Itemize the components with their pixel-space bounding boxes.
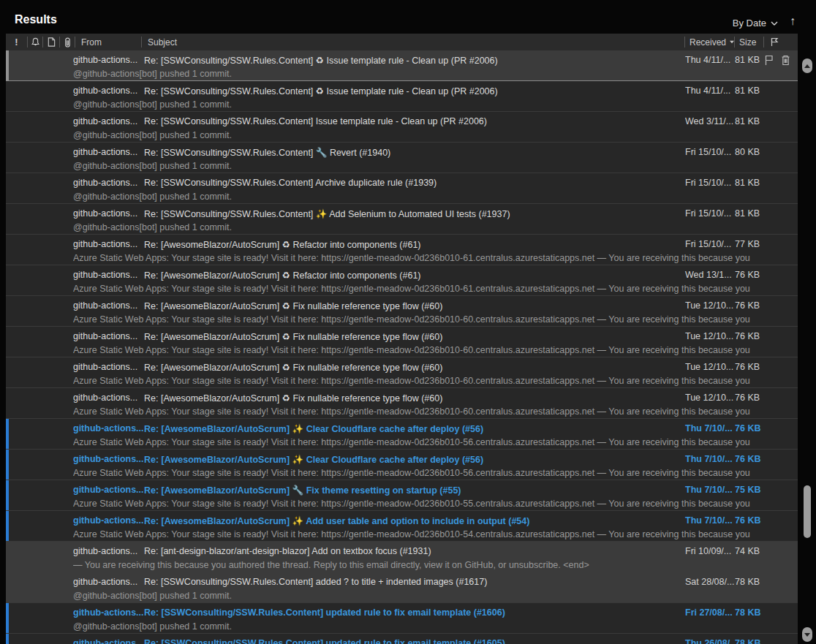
message-size: 76 KB (735, 270, 764, 280)
message-size: 76 KB (735, 331, 764, 341)
message-row[interactable]: github-actions... Re: [SSWConsulting/SSW… (6, 81, 798, 112)
message-row[interactable]: github-actions... Re: [SSWConsulting/SSW… (6, 50, 798, 81)
message-size: 78 KB (735, 577, 764, 587)
message-row[interactable]: github-actions... Re: [AwesomeBlazor/Aut… (6, 480, 798, 511)
message-received: Fri 15/10/... (685, 178, 735, 188)
message-row[interactable]: github-actions... Re: [ant-design-blazor… (6, 542, 798, 572)
message-subject: Re: [SSWConsulting/SSW.Rules.Content] up… (144, 607, 685, 618)
column-importance[interactable]: ! (6, 34, 27, 50)
triangle-up-icon (804, 64, 810, 68)
message-row[interactable]: github-actions... Re: [AwesomeBlazor/Aut… (6, 511, 798, 542)
message-preview: @github-actions[bot] pushed 1 commit. (73, 190, 798, 203)
message-from: github-actions... (73, 270, 144, 280)
message-size: 78 KB (735, 607, 764, 618)
sort-by-label: By Date (733, 18, 766, 29)
message-preview: @github-actions[bot] pushed 1 commit. (73, 129, 798, 142)
message-row[interactable]: github-actions... Re: [SSWConsulting/SSW… (6, 143, 798, 173)
column-quick-filter[interactable] (764, 34, 798, 50)
message-preview: @github-actions[bot] pushed 1 commit. (73, 98, 798, 111)
message-preview: Azure Static Web Apps: Your stage site i… (73, 313, 798, 326)
sort-by-dropdown[interactable]: By Date (733, 18, 778, 29)
message-list: github-actions... Re: [SSWConsulting/SSW… (6, 50, 798, 644)
message-row[interactable]: github-actions... Re: [SSWConsulting/SSW… (6, 173, 798, 204)
message-subject: Re: [AwesomeBlazor/AutoScrum] ✨ Clear Cl… (144, 454, 685, 465)
message-size: 74 KB (735, 546, 764, 556)
message-subject: Re: [SSWConsulting/SSW.Rules.Content] ✨ … (144, 208, 685, 219)
filter-flag-icon (770, 37, 779, 47)
message-row[interactable]: github-actions... Re: [SSWConsulting/SSW… (6, 603, 798, 634)
scroll-down-button[interactable] (802, 627, 812, 642)
column-from[interactable]: From (75, 34, 141, 50)
message-size: 76 KB (735, 362, 764, 372)
message-subject: Re: [AwesomeBlazor/AutoScrum] ♻ Refactor… (144, 239, 685, 250)
message-preview: Azure Static Web Apps: Your stage site i… (73, 497, 798, 510)
column-size[interactable]: Size (735, 34, 763, 50)
scroll-up-button[interactable] (802, 58, 812, 73)
message-subject: Re: [AwesomeBlazor/AutoScrum] ♻ Fix null… (144, 362, 685, 373)
page-title: Results (15, 13, 57, 26)
message-row[interactable]: github-actions... Re: [AwesomeBlazor/Aut… (6, 296, 798, 327)
message-received: Fri 10/09/... (685, 546, 735, 556)
message-row[interactable]: github-actions... Re: [AwesomeBlazor/Aut… (6, 388, 798, 419)
message-preview: @github-actions[bot] pushed 1 commit. (73, 159, 798, 173)
column-item-type[interactable] (43, 34, 59, 50)
message-received: Fri 15/10/... (685, 147, 735, 157)
message-row[interactable]: github-actions... Re: [AwesomeBlazor/Aut… (6, 357, 798, 388)
message-received: Fri 15/10/... (685, 239, 735, 249)
message-from: github-actions... (73, 331, 144, 341)
trash-icon[interactable] (781, 55, 790, 66)
flag-icon[interactable] (764, 55, 774, 66)
column-subject[interactable]: Subject (142, 34, 684, 50)
message-row[interactable]: github-actions... Re: [AwesomeBlazor/Aut… (6, 450, 798, 480)
sort-direction-button[interactable]: ↑ (790, 15, 796, 28)
message-preview: @github-actions[bot] pushed 1 commit. (73, 221, 798, 234)
message-from: github-actions... (73, 55, 144, 65)
message-row[interactable]: github-actions... Re: [SSWConsulting/SSW… (6, 112, 798, 143)
message-from: github-actions... (73, 393, 144, 403)
message-received: Tue 12/10... (685, 300, 735, 311)
message-size: 81 KB (735, 116, 764, 126)
message-row[interactable]: github-actions... Re: [AwesomeBlazor/Aut… (6, 235, 798, 265)
message-size: 75 KB (735, 485, 764, 495)
triangle-down-icon (804, 633, 810, 637)
message-size: 81 KB (735, 178, 764, 188)
message-row[interactable]: github-actions... Re: [SSWConsulting/SSW… (6, 572, 798, 603)
bell-icon (31, 37, 40, 47)
message-row[interactable]: github-actions... Re: [AwesomeBlazor/Aut… (6, 419, 798, 450)
message-size: 81 KB (735, 55, 764, 65)
message-from: github-actions... (73, 638, 144, 644)
message-row[interactable]: github-actions... Re: [SSWConsulting/SSW… (6, 204, 798, 235)
message-received: Fri 15/10/... (685, 208, 735, 219)
message-preview: — You are receiving this because you aut… (73, 558, 798, 572)
message-size: 76 KB (735, 393, 764, 403)
message-size: 78 KB (735, 638, 764, 644)
column-received[interactable]: Received (685, 34, 734, 50)
message-received: Fri 27/08/... (685, 607, 735, 618)
message-received: Sat 28/08/... (685, 577, 735, 587)
message-row[interactable]: github-actions... Re: [AwesomeBlazor/Aut… (6, 327, 798, 357)
message-size: 77 KB (735, 239, 764, 249)
message-subject: Re: [SSWConsulting/SSW.Rules.Content] up… (144, 638, 685, 644)
message-from: github-actions... (73, 546, 144, 556)
message-size: 81 KB (735, 208, 764, 219)
message-preview: Azure Static Web Apps: Your stage site i… (73, 405, 798, 418)
message-subject: Re: [SSWConsulting/SSW.Rules.Content] ♻ … (144, 86, 685, 96)
scrollbar-thumb[interactable] (804, 485, 811, 538)
message-received: Thu 7/10/... (685, 515, 735, 526)
message-subject: Re: [SSWConsulting/SSW.Rules.Content] Is… (144, 116, 685, 126)
message-subject: Re: [AwesomeBlazor/AutoScrum] ♻ Fix null… (144, 393, 685, 404)
message-received: Thu 4/11/... (685, 55, 735, 65)
message-subject: Re: [AwesomeBlazor/AutoScrum] ✨ Clear Cl… (144, 423, 685, 434)
message-from: github-actions... (73, 423, 144, 433)
column-reminder[interactable] (28, 34, 42, 50)
message-from: github-actions... (73, 239, 144, 249)
message-row[interactable]: github-actions... Re: [SSWConsulting/SSW… (6, 634, 798, 644)
message-row[interactable]: github-actions... Re: [AwesomeBlazor/Aut… (6, 265, 798, 296)
message-subject: Re: [ant-design-blazor/ant-design-blazor… (144, 546, 685, 556)
message-size: 76 KB (735, 515, 764, 526)
message-received: Tue 12/10... (685, 393, 735, 403)
message-subject: Re: [SSWConsulting/SSW.Rules.Content] Ar… (144, 178, 685, 188)
column-attachment[interactable] (60, 34, 75, 50)
results-titlebar: Results By Date ↑ (0, 0, 816, 34)
message-from: github-actions... (73, 178, 144, 188)
